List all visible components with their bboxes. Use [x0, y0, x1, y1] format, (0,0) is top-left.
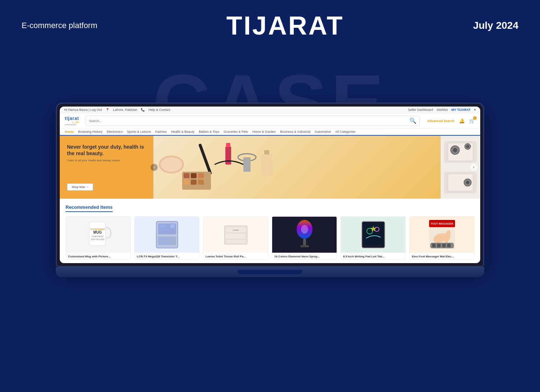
cat-health-beauty[interactable]: Health & Beauty [171, 130, 194, 134]
svg-rect-34 [159, 229, 170, 231]
cat-all-categories[interactable]: All Categories [335, 130, 355, 134]
wishlist-link[interactable]: Wishlist [437, 108, 448, 112]
nav-icons: 🔔 🛒 1 [459, 118, 475, 124]
bell-icon[interactable]: 🔔 [459, 118, 465, 124]
product-name-tissue: Leema Toilet Tissue Roll Pa... [203, 253, 268, 259]
svg-point-15 [161, 157, 182, 172]
svg-rect-6 [198, 173, 204, 178]
site-topbar: Hi Hamza Basra | Log Out 📍 Lahore, Pakis… [60, 107, 480, 113]
topbar-left: Hi Hamza Basra | Log Out 📍 Lahore, Pakis… [64, 108, 170, 112]
svg-rect-48 [303, 239, 306, 246]
svg-rect-37 [159, 238, 163, 240]
cart-icon[interactable]: 🛒 1 [469, 118, 475, 124]
product-name-massager: Ems Foot Massager Mat Elec... [410, 253, 474, 259]
logo-arabic: تجارت [65, 121, 79, 123]
product-image-massager: FOOT MASSAGER [410, 217, 474, 253]
search-input[interactable] [89, 119, 410, 123]
product-image-diamond [272, 217, 337, 253]
product-image-tissue: Leema [203, 217, 268, 253]
svg-rect-49 [300, 245, 309, 247]
svg-rect-63 [437, 244, 441, 247]
search-bar[interactable]: 🔍 [86, 116, 420, 126]
cat-automotive[interactable]: Automotive [315, 130, 331, 134]
svg-rect-8 [191, 180, 197, 185]
svg-rect-38 [164, 238, 168, 240]
svg-rect-45 [226, 234, 246, 239]
cat-business-industrial[interactable]: Business & Industrial [280, 130, 310, 134]
seller-dashboard-link[interactable]: Seller Dashboard [408, 108, 433, 112]
cat-groceries-pets[interactable]: Groceries & Pets [224, 130, 248, 134]
svg-rect-0 [198, 143, 212, 175]
site-navbar: tijarat تجارت marketplace 🔍 Advanced Sea… [60, 113, 480, 129]
cat-home-garden[interactable]: Home & Garden [252, 130, 276, 134]
cart-badge: 1 [473, 116, 477, 120]
svg-point-35 [170, 223, 175, 229]
phone-icon: 📞 [141, 108, 145, 112]
category-nav: Home Browsing History Electronics Sports… [60, 129, 480, 136]
product-card-tablet[interactable]: 8.5 Inch Writing Pad Led Tab... [341, 216, 406, 260]
hero-next-arrow[interactable]: › [470, 164, 477, 171]
svg-rect-11 [243, 157, 251, 172]
user-greeting[interactable]: Hi Hamza Basra | Log Out [64, 108, 102, 112]
svg-rect-36 [158, 236, 176, 245]
product-card-tissue[interactable]: Leema Leema Toilet Tissue Roll Pa... [203, 216, 268, 260]
svg-point-19 [453, 148, 457, 152]
product-name-tablet: 8.5 Inch Writing Pad Led Tab... [341, 253, 405, 259]
laptop-base [56, 267, 484, 277]
recommended-title: Recommended Items [66, 204, 113, 212]
svg-point-21 [466, 145, 469, 148]
svg-rect-1 [225, 147, 231, 165]
svg-rect-4 [184, 173, 189, 178]
product-name-diamond: 16 Colors Diamond Neon Spray... [272, 253, 337, 259]
product-name-lcr: LCR-T4 Mega328 Transistor T... [135, 253, 199, 259]
cat-fashion[interactable]: Fashion [155, 130, 167, 134]
advanced-search-link[interactable]: Advanced Search [427, 119, 454, 123]
hero-cosmetics-display [153, 136, 441, 199]
laptop-screen: Hi Hamza Basra | Log Out 📍 Lahore, Pakis… [56, 103, 484, 267]
svg-text:YOUR PHOTO: YOUR PHOTO [91, 235, 104, 238]
recommended-section: Recommended Items Customized MUG YOUR PH… [60, 199, 480, 263]
cat-browsing-history[interactable]: Browsing History [78, 130, 103, 134]
cat-sports-leisure[interactable]: Sports & Leisure [127, 130, 151, 134]
platform-subtitle: E-commerce platform [22, 21, 97, 30]
search-icon[interactable]: 🔍 [409, 117, 417, 124]
help-contact[interactable]: Help & Contact [148, 108, 170, 112]
svg-rect-2 [226, 143, 230, 147]
dropdown-arrow-icon: ▾ [474, 108, 476, 112]
svg-rect-13 [264, 150, 269, 154]
hero-prev-arrow[interactable]: ‹ [150, 164, 158, 171]
product-name-mug: Customized Mug with Picture... [66, 253, 130, 259]
hero-banner: Never forget your duty, health is the re… [60, 136, 480, 199]
screen-content: Hi Hamza Basra | Log Out 📍 Lahore, Pakis… [60, 107, 480, 263]
svg-rect-9 [198, 180, 204, 185]
laptop-frame: Hi Hamza Basra | Log Out 📍 Lahore, Pakis… [56, 103, 484, 277]
svg-rect-62 [432, 244, 436, 247]
svg-point-25 [466, 181, 469, 184]
product-card-mug[interactable]: Customized MUG YOUR PHOTO TEXT OR LOGO C… [66, 216, 131, 260]
cat-electronics[interactable]: Electronics [107, 130, 123, 134]
svg-point-50 [301, 225, 308, 234]
svg-rect-33 [159, 225, 166, 227]
svg-text:Customized: Customized [90, 228, 105, 230]
header-date: July 2024 [473, 20, 518, 31]
svg-rect-64 [442, 244, 446, 247]
svg-rect-65 [447, 244, 451, 247]
svg-rect-12 [261, 154, 272, 175]
product-card-diamond[interactable]: 16 Colors Diamond Neon Spray... [272, 216, 337, 260]
location-text: Lahore, Pakistan [113, 108, 138, 112]
hero-content-left: Never forget your duty, health is the re… [60, 136, 153, 199]
svg-text:Leema: Leema [233, 229, 239, 231]
hero-headline: Never forget your duty, health is the re… [67, 144, 146, 157]
shop-now-button[interactable]: Shop Now → [67, 183, 93, 191]
brand-title: TIJARAT [226, 11, 344, 40]
product-image-lcr [135, 217, 199, 253]
cat-home[interactable]: Home [65, 130, 74, 134]
product-card-massager[interactable]: FOOT MASSAGER [409, 216, 474, 260]
my-tijarat-menu[interactable]: MY TIJARAT [451, 108, 471, 112]
topbar-right: Seller Dashboard Wishlist MY TIJARAT ▾ [408, 108, 476, 112]
product-card-lcr[interactable]: LCR-T4 Mega328 Transistor T... [134, 216, 199, 260]
svg-rect-46 [226, 240, 246, 243]
product-image-tablet [341, 217, 405, 253]
site-logo[interactable]: tijarat تجارت marketplace [65, 116, 79, 126]
cat-babies-toys[interactable]: Babies & Toys [199, 130, 219, 134]
